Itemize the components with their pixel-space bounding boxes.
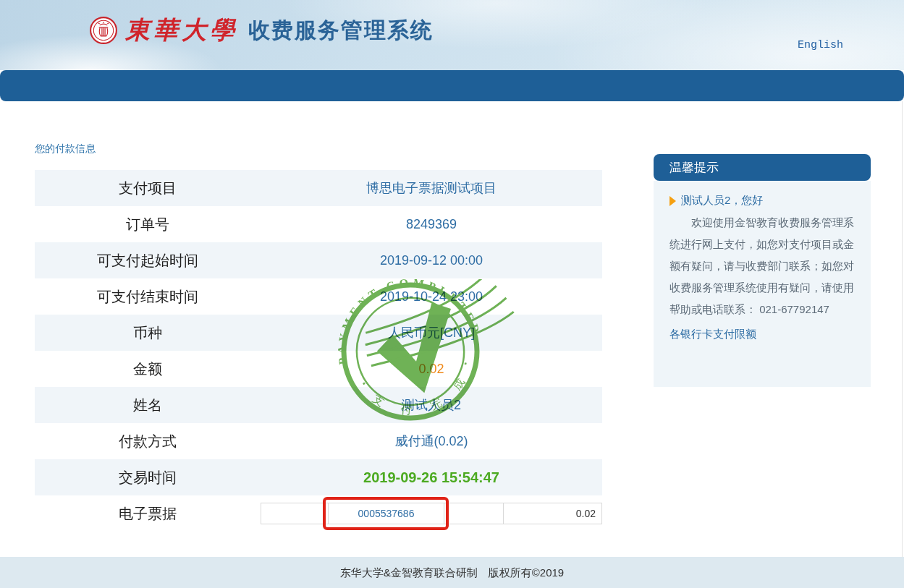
payment-row-end-time: 可支付结束时间 2019-10-24 23:00 [35,278,602,315]
orange-arrow-icon [669,196,676,206]
row-label: 可支付起始时间 [35,251,261,270]
row-value: 威付通(0.02) [261,433,602,450]
payment-row-transaction-time: 交易时间 2019-09-26 15:54:47 [35,459,602,495]
university-name: 東華大學 [125,16,238,45]
receipt-table: 0005537686 0.02 [261,503,602,524]
payment-row-receipt: 电子票据 0005537686 0.02 [35,495,602,532]
footer: 东华大学&金智教育联合研制 版权所有©2019 [0,557,904,588]
payment-section-title: 您的付款信息 [35,142,96,155]
row-value: 8249369 [261,217,602,232]
header: 東華大學 收费服务管理系统 English [0,0,904,70]
receipt-number-link[interactable]: 0005537686 [329,503,444,524]
row-value: 测试人员2 [261,396,602,414]
row-label: 订单号 [35,215,261,234]
tips-sidebar-title: 温馨提示 [654,154,871,181]
row-label: 电子票据 [35,504,261,524]
page-edge-divider [902,101,903,557]
greeting-text: 测试人员2，您好 [681,194,763,208]
page: 東華大學 收费服务管理系统 English 您的付款信息 支付项目 博思电子票据… [0,0,904,588]
payment-table: 支付项目 博思电子票据测试项目 订单号 8249369 可支付起始时间 2019… [35,170,602,532]
row-value: 2019-09-26 15:54:47 [261,469,602,486]
payment-row-name: 姓名 测试人员2 [35,387,602,423]
system-title: 收费服务管理系统 [248,16,434,45]
english-language-link[interactable]: English [798,39,843,51]
row-value: 博思电子票据测试项目 [261,179,602,197]
row-value: 2019-10-24 23:00 [261,289,602,304]
row-label: 姓名 [35,396,261,415]
navbar [0,70,904,101]
receipt-cell-empty [444,503,504,524]
payment-row-order-no: 订单号 8249369 [35,206,602,242]
bank-card-limit-link[interactable]: 各银行卡支付限额 [669,328,756,341]
brand: 東華大學 收费服务管理系统 [89,16,434,45]
receipt-cell-empty [261,503,329,524]
row-value: 人民币元[CNY] [261,324,602,341]
row-label: 支付项目 [35,179,261,198]
receipt-amount: 0.02 [504,503,601,524]
row-value: 0.02 [261,362,602,377]
row-label: 金额 [35,359,261,379]
row-label: 币种 [35,323,261,343]
row-label: 付款方式 [35,432,261,451]
tips-sidebar-body: 测试人员2，您好 欢迎使用金智教育收费服务管理系统进行网上支付，如您对支付项目或… [654,181,871,387]
row-label: 交易时间 [35,468,261,487]
row-value: 2019-09-12 00:00 [261,253,602,268]
greeting-row: 测试人员2，您好 [669,194,856,208]
payment-row-pay-method: 付款方式 威付通(0.02) [35,423,602,459]
payment-row-item: 支付项目 博思电子票据测试项目 [35,170,602,206]
payment-row-amount: 金额 0.02 [35,351,602,387]
tips-paragraph: 欢迎使用金智教育收费服务管理系统进行网上支付，如您对支付项目或金额有疑问，请与收… [669,212,856,320]
university-seal-icon [89,16,118,45]
payment-row-start-time: 可支付起始时间 2019-09-12 00:00 [35,242,602,278]
row-label: 可支付结束时间 [35,287,261,307]
payment-row-currency: 币种 人民币元[CNY] [35,315,602,351]
tips-sidebar: 温馨提示 测试人员2，您好 欢迎使用金智教育收费服务管理系统进行网上支付，如您对… [654,154,871,387]
